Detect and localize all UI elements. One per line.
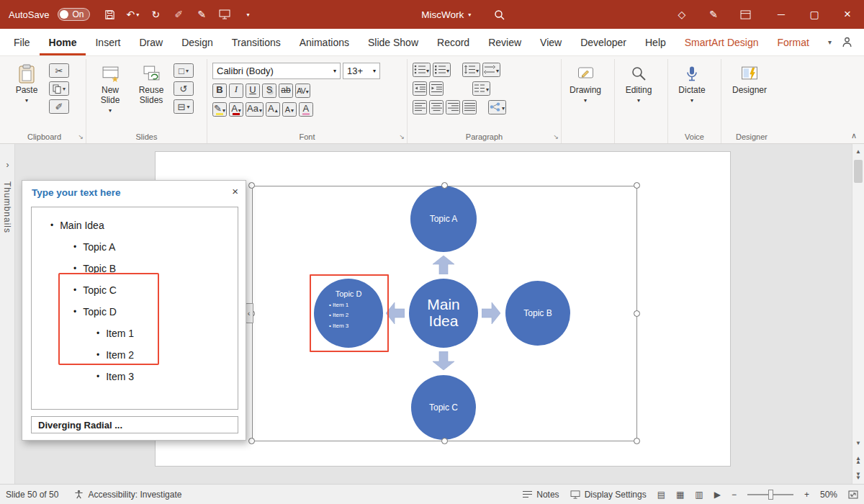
align-right-button[interactable] bbox=[446, 100, 460, 114]
strikethrough-button[interactable]: ab bbox=[279, 84, 293, 98]
reset-slide-button[interactable]: ↺ bbox=[174, 81, 194, 96]
clipboard-dialog-launcher[interactable]: ↘ bbox=[78, 133, 84, 140]
zoom-level-button[interactable]: 50% bbox=[820, 490, 837, 500]
smartart-topic-a-shape[interactable]: Topic A bbox=[410, 186, 477, 252]
tab-draw[interactable]: Draw bbox=[130, 29, 172, 55]
slide-indicator[interactable]: Slide 50 of 50 bbox=[6, 490, 58, 500]
paragraph-dialog-launcher[interactable]: ↘ bbox=[553, 133, 559, 140]
arrow-right-shape[interactable] bbox=[482, 302, 500, 324]
tab-help[interactable]: Help bbox=[636, 29, 675, 55]
previous-slide-button[interactable]: ▲ ▲ bbox=[852, 456, 864, 464]
redo-button[interactable]: ↻ bbox=[146, 4, 165, 24]
text-highlight-button[interactable]: ✎ ▾ bbox=[212, 102, 227, 117]
thumbnails-expand-icon[interactable]: › bbox=[0, 160, 15, 170]
present-qat-button[interactable] bbox=[215, 4, 234, 24]
scroll-down-button[interactable]: ▼ bbox=[852, 440, 864, 446]
ink-editor-button[interactable]: ✎ bbox=[704, 4, 723, 24]
tab-smartart-design[interactable]: SmartArt Design bbox=[675, 29, 768, 55]
save-button[interactable] bbox=[100, 4, 119, 24]
align-left-button[interactable] bbox=[413, 100, 427, 114]
selection-handle-bottom-middle[interactable] bbox=[441, 438, 448, 444]
outline-item-topic-a[interactable]: • Topic A bbox=[32, 236, 238, 258]
font-name-combo[interactable]: Calibri (Body) ▾ bbox=[212, 63, 341, 79]
font-size-combo[interactable]: 13+ ▾ bbox=[343, 63, 380, 79]
justify-button[interactable] bbox=[462, 100, 477, 114]
notes-button[interactable]: Notes bbox=[523, 490, 559, 500]
change-case-button[interactable]: Aa ▾ bbox=[246, 102, 264, 117]
increase-indent-button[interactable] bbox=[429, 81, 444, 96]
draw-pen-qat-button[interactable]: ✎ bbox=[192, 4, 211, 24]
smartart-topic-c-shape[interactable]: Topic C bbox=[411, 375, 476, 440]
tab-animations[interactable]: Animations bbox=[290, 29, 359, 55]
thumbnails-strip[interactable]: › Thumbnails bbox=[0, 144, 15, 484]
dictate-button[interactable]: Dictate ▾ bbox=[673, 61, 711, 104]
selection-handle-top-right[interactable] bbox=[634, 182, 640, 189]
text-direction-button[interactable]: ▾ bbox=[482, 63, 500, 77]
collapse-ribbon-button[interactable]: ∧ bbox=[851, 131, 857, 140]
slide-layout-button[interactable]: □ ▾ bbox=[174, 63, 194, 78]
tab-review[interactable]: Review bbox=[479, 29, 531, 55]
tab-format[interactable]: Format bbox=[768, 29, 818, 55]
format-painter-button[interactable]: ✐ bbox=[49, 99, 69, 114]
align-center-button[interactable] bbox=[429, 100, 444, 114]
editing-button[interactable]: Editing ▾ bbox=[620, 61, 657, 104]
autosave-toggle[interactable]: On bbox=[58, 8, 90, 21]
bold-button[interactable]: B bbox=[212, 84, 227, 98]
ribbon-display-button[interactable] bbox=[736, 4, 755, 24]
search-button[interactable] bbox=[490, 4, 508, 24]
decrease-indent-button[interactable] bbox=[413, 81, 427, 96]
undo-button[interactable]: ↶ ▾ bbox=[123, 4, 142, 24]
selection-handle-top-left[interactable] bbox=[248, 182, 255, 189]
minimize-button[interactable]: ─ bbox=[765, 0, 798, 29]
convert-to-smartart-button[interactable]: ▾ bbox=[488, 100, 506, 114]
zoom-in-button[interactable]: + bbox=[804, 490, 809, 500]
scroll-up-button[interactable]: ▲ bbox=[852, 148, 864, 155]
ribbon-options-button[interactable]: ▾ bbox=[828, 38, 832, 46]
tab-home[interactable]: Home bbox=[40, 29, 86, 55]
accessibility-checker[interactable]: Accessibility: Investigate bbox=[74, 490, 181, 500]
user-presence-icon[interactable] bbox=[842, 37, 852, 48]
paste-button[interactable]: Paste ▾ bbox=[8, 61, 45, 104]
font-color-button[interactable]: A ▾ bbox=[229, 102, 243, 117]
scrollbar-thumb[interactable] bbox=[854, 160, 863, 183]
format-painter-qat-button[interactable]: ✐ bbox=[169, 4, 188, 24]
section-button[interactable]: ⊟ ▾ bbox=[174, 99, 194, 114]
underline-button[interactable]: U bbox=[246, 84, 260, 98]
selection-handle-top-middle[interactable] bbox=[441, 182, 448, 189]
tab-slide-show[interactable]: Slide Show bbox=[359, 29, 428, 55]
new-slide-button[interactable]: New Slide ▾ bbox=[91, 61, 129, 114]
drawing-button[interactable]: Drawing ▾ bbox=[567, 61, 604, 104]
tab-transitions[interactable]: Transitions bbox=[222, 29, 290, 55]
selection-handle-bottom-right[interactable] bbox=[634, 438, 640, 444]
reading-view-button[interactable]: ▥ bbox=[695, 490, 703, 500]
smartart-topic-b-shape[interactable]: Topic B bbox=[505, 281, 570, 346]
designer-button[interactable]: Designer bbox=[726, 61, 773, 96]
text-shadow-button[interactable]: S bbox=[262, 84, 276, 98]
tab-insert[interactable]: Insert bbox=[86, 29, 130, 55]
zoom-slider-thumb[interactable] bbox=[768, 490, 773, 500]
clear-formatting-button[interactable]: A bbox=[299, 102, 313, 117]
reuse-slides-button[interactable]: Reuse Slides bbox=[132, 61, 170, 106]
vertical-scrollbar[interactable]: ▲ ▼ ▲ ▲ ▼ ▼ bbox=[852, 144, 864, 484]
fit-to-window-button[interactable] bbox=[848, 490, 858, 499]
normal-view-button[interactable]: ▤ bbox=[657, 490, 665, 500]
zoom-slider[interactable] bbox=[747, 494, 793, 495]
zoom-out-button[interactable]: − bbox=[732, 490, 737, 500]
outline-item-item-3[interactable]: • Item 3 bbox=[32, 366, 238, 387]
increase-font-size-button[interactable]: A ▴ bbox=[266, 102, 280, 117]
copy-button[interactable]: ▾ bbox=[49, 81, 69, 96]
decrease-font-size-button[interactable]: A ▾ bbox=[282, 102, 297, 117]
selection-handle-middle-right[interactable] bbox=[634, 310, 640, 317]
tab-record[interactable]: Record bbox=[428, 29, 479, 55]
tab-design[interactable]: Design bbox=[172, 29, 222, 55]
next-slide-button[interactable]: ▼ ▼ bbox=[852, 472, 864, 480]
smartart-main-idea-shape[interactable]: Main Idea bbox=[409, 279, 478, 348]
columns-button[interactable]: ▾ bbox=[472, 81, 490, 96]
outline-item-main-idea[interactable]: • Main Idea bbox=[32, 215, 238, 236]
customize-qat-button[interactable]: ▾ bbox=[238, 4, 257, 24]
close-button[interactable]: × bbox=[831, 0, 864, 29]
selection-handle-bottom-left[interactable] bbox=[248, 438, 255, 444]
display-settings-button[interactable]: Display Settings bbox=[570, 490, 647, 500]
font-dialog-launcher[interactable]: ↘ bbox=[399, 133, 405, 140]
character-spacing-button[interactable]: AV ▾ bbox=[295, 84, 310, 98]
